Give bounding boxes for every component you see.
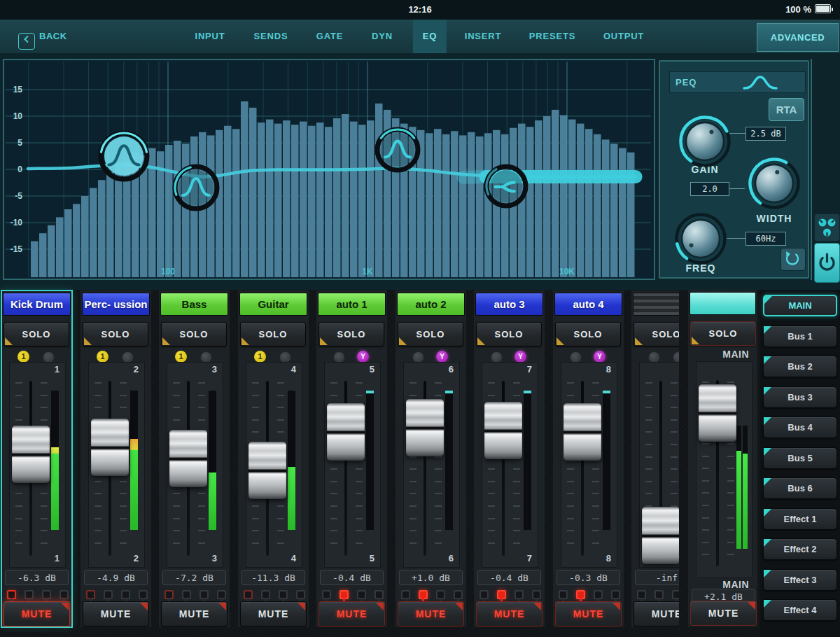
tab-input[interactable]: INPUT: [186, 20, 235, 53]
bus-notch-icon: [764, 570, 771, 578]
solo-button[interactable]: SOLO: [398, 322, 463, 346]
fader-handle[interactable]: [564, 403, 601, 461]
tab-eq[interactable]: EQ: [413, 20, 447, 53]
mute-button[interactable]: MUTE: [398, 601, 464, 626]
channel-name[interactable]: auto 1: [318, 293, 386, 316]
mute-button[interactable]: MUTE: [476, 601, 542, 626]
rotate-ccw-icon: [781, 248, 804, 269]
bus-button-effect-3[interactable]: Effect 3: [763, 569, 837, 591]
eq-band-1-handle[interactable]: [101, 133, 147, 179]
tab-dyn[interactable]: DYN: [362, 20, 402, 53]
channel-strip-6[interactable]: auto 2SOLOY66+1.0 dBMUTE: [396, 290, 466, 627]
eq-type-dropdown[interactable]: PEQ: [669, 71, 806, 93]
channel-name[interactable]: auto 2: [397, 293, 465, 316]
reset-button[interactable]: [780, 248, 806, 271]
channel-name[interactable]: Perc- ussion: [82, 293, 150, 316]
channel-strip-8[interactable]: auto 4SOLOY88-0.3 dBMUTE: [553, 290, 624, 627]
channel-name[interactable]: auto 3: [475, 293, 543, 316]
channel-strip-3[interactable]: BassSOLO133-7.2 dBMUTE: [159, 290, 230, 627]
solo-button[interactable]: SOLO: [240, 322, 306, 346]
fader-handle[interactable]: [12, 426, 50, 483]
channel-name[interactable]: Bass: [160, 293, 228, 316]
main-channel-strip[interactable]: SOLO MAIN MAIN +2.1 dB MUTE: [688, 290, 757, 627]
solo-button[interactable]: SOLO: [4, 322, 69, 346]
solo-button[interactable]: SOLO: [634, 322, 679, 346]
fader-handle[interactable]: [484, 402, 522, 459]
fader-handle[interactable]: [327, 403, 365, 461]
main-fader-handle[interactable]: [699, 384, 736, 442]
mute-button[interactable]: MUTE: [240, 601, 307, 626]
solo-button[interactable]: SOLO: [318, 322, 384, 346]
bus-button-main[interactable]: MAIN: [763, 295, 837, 316]
rta-bar: [291, 125, 299, 277]
mute-button[interactable]: MUTE: [161, 601, 227, 626]
channel-strip-1[interactable]: Kick DrumSOLO111-6.3 dBMUTE: [1, 290, 72, 627]
rta-bar: [182, 144, 190, 278]
mute-button[interactable]: MUTE: [634, 601, 679, 626]
eq-band-3-handle[interactable]: [377, 130, 418, 170]
mute-button[interactable]: MUTE: [318, 601, 385, 626]
channel-name[interactable]: auto 4: [554, 293, 622, 316]
solo-corner-icon: [556, 337, 564, 345]
main-channel-name[interactable]: [690, 292, 756, 315]
fader-handle[interactable]: [642, 507, 679, 564]
fader-handle[interactable]: [406, 399, 444, 456]
fader-handle[interactable]: [91, 419, 129, 476]
tab-output[interactable]: OUTPUT: [594, 20, 654, 53]
freq-knob[interactable]: [671, 209, 730, 268]
bus-button-bus-3[interactable]: Bus 3: [763, 386, 837, 408]
bus-button-bus-2[interactable]: Bus 2: [763, 356, 837, 377]
tab-gate[interactable]: GATE: [307, 20, 353, 53]
fader-handle[interactable]: [248, 442, 286, 499]
bus-button-effect-4[interactable]: Effect 4: [763, 599, 837, 621]
mute-button[interactable]: MUTE: [555, 601, 622, 626]
solo-corner-icon: [241, 337, 249, 345]
meter-tip-yellow: [51, 447, 59, 454]
bus-button-bus-4[interactable]: Bus 4: [763, 416, 837, 438]
tab-sends[interactable]: SENDS: [244, 20, 298, 53]
rta-bar: [64, 209, 72, 277]
channel-name[interactable]: Kick Drum: [3, 293, 71, 316]
solo-button[interactable]: SOLO: [555, 322, 621, 346]
eq-band-2-handle[interactable]: [175, 167, 217, 209]
bus-button-bus-1[interactable]: Bus 1: [763, 326, 837, 347]
mute-corner-icon: [612, 603, 620, 610]
channel-strip-5[interactable]: auto 1SOLOY55-0.4 dBMUTE: [316, 290, 387, 627]
bus-button-effect-1[interactable]: Effect 1: [763, 508, 837, 530]
channel-strip-2[interactable]: Perc- ussionSOLO122-4.9 dBMUTE: [80, 290, 151, 627]
mute-button[interactable]: MUTE: [83, 601, 149, 626]
main-solo-button[interactable]: SOLO: [690, 321, 756, 346]
channel-controls-button[interactable]: [814, 214, 840, 241]
rta-button[interactable]: RTA: [769, 98, 804, 121]
mute-button[interactable]: MUTE: [4, 601, 70, 626]
tab-insert[interactable]: INSERT: [455, 20, 511, 53]
fader-handle[interactable]: [169, 430, 207, 487]
eq-graph[interactable]: 151050-5-10-151001K10K: [3, 59, 655, 280]
bus-button-effect-2[interactable]: Effect 2: [763, 538, 837, 560]
channel-strip-9[interactable]: SOLO99-infMUTE: [631, 290, 679, 627]
bus-notch-icon: [764, 417, 771, 425]
channel-number: 5: [370, 553, 374, 564]
back-button[interactable]: BACK: [18, 20, 67, 53]
bus-button-bus-5[interactable]: Bus 5: [763, 447, 837, 469]
main-mute-button[interactable]: MUTE: [690, 601, 757, 626]
channel-name[interactable]: Guitar: [239, 293, 307, 316]
chevron-left-icon: [18, 33, 35, 50]
bus-button-bus-6[interactable]: Bus 6: [763, 477, 837, 499]
power-button[interactable]: [814, 243, 840, 283]
solo-button[interactable]: SOLO: [161, 322, 227, 346]
level-meter: [445, 391, 453, 530]
rta-bar: [174, 141, 181, 277]
tab-presets[interactable]: PRESETS: [519, 20, 585, 53]
solo-button[interactable]: SOLO: [476, 322, 542, 346]
channel-name[interactable]: [633, 293, 679, 316]
gain-knob[interactable]: [676, 112, 734, 171]
fader-value: -0.4 dB: [320, 570, 384, 585]
solo-button[interactable]: SOLO: [83, 322, 148, 346]
width-knob[interactable]: [745, 154, 804, 213]
mute-group-indicator: [637, 590, 646, 599]
channel-strip-4[interactable]: GuitarSOLO144-11.3 dBMUTE: [238, 290, 309, 627]
channel-strip-7[interactable]: auto 3SOLOY77-0.4 dBMUTE: [474, 290, 545, 627]
advanced-button[interactable]: ADVANCED: [757, 23, 839, 52]
eq-band-4-handle[interactable]: [486, 167, 526, 206]
